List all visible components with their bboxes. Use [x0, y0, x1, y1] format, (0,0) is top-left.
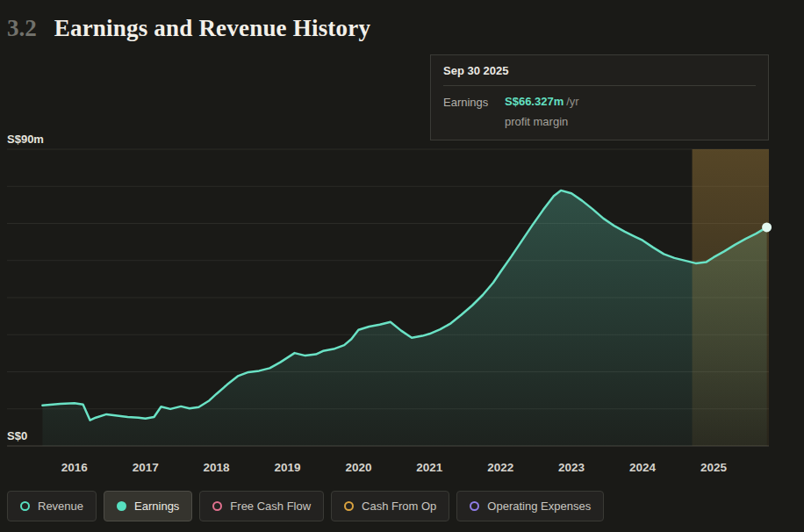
cash-from-op-series-icon: [344, 501, 354, 511]
legend-label-free-cash-flow: Free Cash Flow: [230, 500, 311, 513]
svg-text:2020: 2020: [345, 461, 371, 474]
latest-value-marker: [762, 222, 772, 232]
svg-text:2023: 2023: [558, 461, 585, 474]
legend-button-free-cash-flow[interactable]: Free Cash Flow: [199, 491, 324, 521]
recent-period-highlight-band: [693, 149, 769, 446]
legend-button-cash-from-op[interactable]: Cash From Op: [331, 491, 449, 521]
chart-legend: Revenue Earnings Free Cash Flow Cash Fro…: [7, 491, 604, 521]
svg-text:2022: 2022: [487, 461, 513, 474]
legend-label-cash-from-op: Cash From Op: [362, 500, 436, 513]
revenue-series-icon: [20, 501, 30, 511]
svg-text:2024: 2024: [629, 461, 657, 474]
svg-text:2018: 2018: [204, 461, 231, 474]
svg-text:2021: 2021: [416, 461, 443, 474]
tooltip-earnings-row: Earnings S$66.327m/yr profit margin: [443, 95, 756, 128]
legend-label-revenue: Revenue: [38, 500, 83, 513]
svg-text:2025: 2025: [700, 461, 728, 474]
legend-button-revenue[interactable]: Revenue: [7, 491, 97, 521]
svg-text:2016: 2016: [61, 461, 89, 474]
tooltip-series-label: Earnings: [443, 95, 505, 128]
svg-text:S$90m: S$90m: [7, 133, 44, 146]
free-cash-flow-series-icon: [212, 501, 222, 511]
tooltip-earnings-value: S$66.327m: [505, 95, 564, 108]
legend-button-operating-expenses[interactable]: Operating Expenses: [456, 491, 604, 521]
tooltip-value-block: S$66.327m/yr profit margin: [505, 95, 579, 128]
operating-expenses-series-icon: [470, 501, 479, 511]
svg-text:2017: 2017: [133, 461, 159, 474]
svg-text:2019: 2019: [274, 461, 300, 474]
legend-label-operating-expenses: Operating Expenses: [487, 500, 591, 513]
earnings-series-icon: [117, 501, 126, 511]
svg-text:S$0: S$0: [7, 429, 27, 442]
legend-label-earnings: Earnings: [134, 500, 179, 513]
earnings-area-fill: [42, 191, 766, 446]
chart-tooltip: Sep 30 2025 Earnings S$66.327m/yr profit…: [430, 54, 769, 140]
tooltip-value-suffix: /yr: [566, 95, 578, 108]
tooltip-date: Sep 30 2025: [443, 64, 756, 86]
legend-button-earnings[interactable]: Earnings: [104, 491, 192, 521]
tooltip-profit-margin-label: profit margin: [505, 115, 579, 129]
